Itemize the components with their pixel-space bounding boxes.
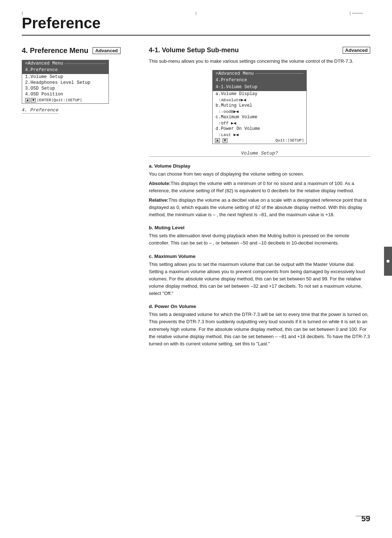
left-caption: 4. Preference [22, 107, 58, 114]
advanced-badge-right: Advanced [343, 47, 370, 54]
section-d-text: This sets a designated volume for which … [149, 311, 370, 348]
menu-item-1: 1.Volume Setup [22, 74, 109, 80]
vol-row-d-value: :Last ▶◀ [213, 132, 306, 137]
right-section-heading: 4-1. Volume Setup Sub-menu [149, 46, 239, 54]
section-a-heading: a. Volume Display [149, 163, 370, 169]
section-b-heading: b. Muting Level [149, 225, 370, 230]
left-column: 4. Preference Menu Advanced =Advanced Me… [22, 46, 134, 114]
volume-menu-title-bar: =Advanced Menu [213, 70, 306, 77]
vol-ctrl-right: Quit:|SETUP| [275, 138, 304, 143]
menu-title-bar: =Advanced Menu [22, 60, 109, 67]
vol-up-arrow: ▲ [215, 138, 220, 143]
right-section-title-row: 4-1. Volume Setup Sub-menu Advanced [149, 46, 370, 54]
menu-item-2: 2.Headphones Level Setup [22, 80, 109, 86]
vol-row-a-label: a.Volume Display [213, 91, 306, 97]
volume-menu-wrap: =Advanced Menu 4.Preference 4-1.Volume S… [149, 70, 370, 157]
page-container: Preference 4. Preference Menu Advanced =… [0, 0, 392, 538]
up-arrow: ▲ [25, 98, 30, 103]
section-c-text: This setting allows you to set the maxim… [149, 261, 370, 297]
section-c-heading: c. Maximum Volume [149, 254, 370, 259]
section-a-intro: You can choose from two ways of displayi… [149, 171, 370, 178]
ctrl-separator: |ENTER|Quit:|SETUP| [37, 98, 82, 102]
preference-menu-box: =Advanced Menu 4.Preference 1.Volume Set… [22, 60, 109, 104]
right-column: 4-1. Volume Setup Sub-menu Advanced This… [149, 46, 370, 350]
section-a-relative: Relative:This displays the volume as a d… [149, 197, 370, 218]
menu-item-3: 3.OSD Setup [22, 86, 109, 91]
section-a-absolute: Absolute:This displays the volume with a… [149, 180, 370, 194]
page-number: 59 [362, 514, 370, 523]
volume-caption: Volume Setup? [149, 151, 370, 157]
vol-row-d-label: d.Power On Volume [213, 126, 306, 132]
vol-row-b-label: b.Muting Level [213, 103, 306, 108]
vol-row-b-value: :-oodB▶◀ [213, 108, 306, 114]
menu-controls: ▲ ▼ |ENTER|Quit:|SETUP| [22, 97, 109, 103]
main-content: 4. Preference Menu Advanced =Advanced Me… [22, 46, 370, 350]
down-arrow: ▼ [31, 98, 36, 103]
section-b-text: This sets the attenuation level during p… [149, 232, 370, 247]
vol-down-arrow: ▼ [222, 138, 228, 143]
section-d-heading: d. Power On Volume [149, 304, 370, 309]
volume-menu-title-line [255, 73, 303, 74]
vol-row-c-value: :Off ▶◀ [213, 120, 306, 126]
bottom-right-line [356, 516, 370, 516]
right-intro: This sub-menu allows you to make various… [149, 58, 370, 65]
menu-title-line [65, 63, 106, 64]
vol-row-a-value: :Absolute▶◀ [213, 97, 306, 103]
advanced-badge-left: Advanced [93, 47, 120, 54]
vol-ctrl-left: ▲ ▼ [215, 138, 228, 143]
menu-item-4: 4.OSD Position [22, 91, 109, 97]
volume-menu-item2: 4-1.Volume Setup [213, 84, 306, 90]
left-section-heading: 4. Preference Menu Advanced [22, 46, 134, 55]
volume-menu-box: =Advanced Menu 4.Preference 4-1.Volume S… [212, 70, 307, 144]
volume-menu-item1: 4.Preference [213, 77, 306, 83]
vol-row-c-label: c.Maximum Volume [213, 114, 306, 120]
volume-menu-controls: ▲ ▼ Quit:|SETUP| [213, 137, 306, 144]
page-title: Preference [22, 15, 370, 36]
menu-highlighted-item: 4.Preference [22, 67, 109, 73]
